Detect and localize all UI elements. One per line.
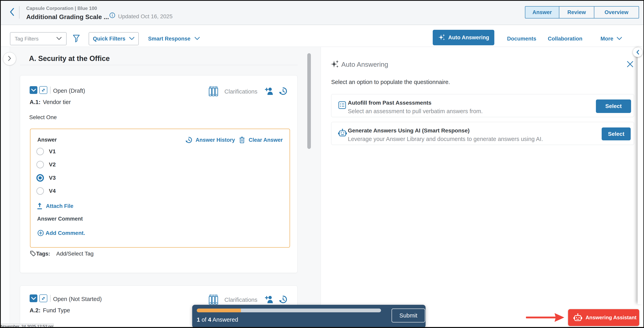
updated-text: Updated Oct 16, 2025 [118,14,172,19]
documents-link[interactable]: Documents [507,32,536,45]
divider [50,295,50,302]
answered-label: Answered [212,317,238,323]
question-title: Vendor tier [43,99,71,105]
radio-icon [36,161,44,168]
of-label: of [202,317,206,323]
robot-icon [573,313,582,322]
tag-icon [30,251,36,257]
radio-icon [36,174,44,182]
page-title: Additional Grading Scale ... [26,14,109,20]
history-icon[interactable] [278,87,287,96]
section-divider [20,65,298,65]
tab-overview[interactable]: Overview [594,6,639,18]
expand-question-button[interactable] [39,86,47,94]
plus-circle-icon [37,230,44,236]
radio-option-v4[interactable]: V4 [36,187,56,195]
info-icon[interactable] [109,12,115,19]
attach-file-link[interactable]: Attach File [37,203,73,210]
more-menu[interactable]: More [600,32,622,45]
library-icon[interactable] [209,294,218,306]
progress-panel: 1 of 4 Answered Submit [192,305,426,328]
left-rail [0,47,10,328]
radio-option-v3[interactable]: V3 [36,174,56,182]
breadcrumb: Capsule Corporation | Blue 100 [26,6,97,11]
tab-answer[interactable]: Answer [525,6,559,18]
question-text: A.1:Vendor tier [30,99,71,105]
quick-filters-label: Quick Filters [93,36,126,42]
add-person-icon[interactable] [265,87,273,96]
radio-option-v2[interactable]: V2 [36,161,56,168]
clarifications-label[interactable]: Clarifications [224,297,258,303]
more-label: More [600,36,614,42]
header-divider [19,6,20,19]
library-icon[interactable] [209,86,218,97]
answering-assistant-button[interactable]: Answering Assistant [568,309,639,326]
submit-button[interactable]: Submit [392,309,425,323]
header: Capsule Corporation | Blue 100 Additiona… [0,0,644,25]
add-comment-link[interactable]: Add Comment. [37,230,85,236]
sparkles-icon [330,59,339,69]
smart-response-menu[interactable]: Smart Response [148,32,200,45]
answer-history-label: Answer History [196,137,235,143]
radio-option-v1[interactable]: V1 [36,148,56,155]
section-heading: A. Security at the Office [29,55,110,62]
question-number: A.1: [30,99,40,105]
smart-response-label: Smart Response [148,36,190,42]
question-status: Open (Draft) [53,88,85,94]
clarifications-label[interactable]: Clarifications [224,89,258,94]
add-select-tag-link[interactable]: Add/Select Tag [56,251,94,257]
collapse-question-button[interactable] [30,86,37,94]
answer-history-link[interactable]: Answer History [185,136,235,144]
window-frame-left [0,0,1,328]
funnel-icon[interactable] [73,34,80,44]
progress-bar [197,309,381,312]
trash-icon [239,137,245,143]
close-panel-button[interactable] [626,60,634,68]
annotation-arrow [526,312,565,324]
back-chevron-icon [10,8,14,17]
select-autofill-button[interactable]: Select [596,99,631,113]
add-person-icon[interactable] [265,296,273,304]
divider [50,87,50,94]
collaboration-link[interactable]: Collaboration [548,32,582,45]
answered-count: 1 [197,317,200,323]
question-text: A.2:Fund Type [30,308,70,313]
chevron-down-icon [194,37,200,41]
history-icon [185,136,192,144]
robot-icon [338,128,347,138]
radio-label: V4 [49,188,56,194]
tags-row: Tags: Add/Select Tag [30,251,94,257]
back-button[interactable] [7,6,17,18]
window-frame-bottom [0,327,644,328]
clear-answer-label: Clear Answer [249,137,283,143]
expand-question-button[interactable] [39,295,47,302]
scrollbar-thumb[interactable] [307,53,311,149]
answer-box: Answer Answer History [30,129,290,248]
select-generate-ai-button[interactable]: Select [602,127,631,140]
radio-icon [36,187,44,195]
chevron-left-icon [636,50,639,55]
assessment-list-icon [338,101,346,110]
progress-text: 1 of 4 Answered [197,317,238,323]
option-title: Autofill from Past Assessments [348,100,432,106]
tag-filters-select[interactable]: Tag Filters [10,32,66,45]
progress-fill [197,309,241,312]
expand-sections-button[interactable] [3,52,16,65]
drawer-toggle-button[interactable] [633,47,642,57]
app: Capsule Corporation | Blue 100 Additiona… [0,0,644,328]
chevron-down-icon [129,37,134,41]
collapse-question-button[interactable] [30,295,37,302]
option-description: Select an assessment to pull verbatim an… [348,108,483,114]
attach-file-label: Attach File [46,203,73,209]
tab-review[interactable]: Review [559,6,594,18]
close-icon [626,60,634,68]
quick-filters-button[interactable]: Quick Filters [89,32,139,45]
history-icon[interactable] [278,295,287,305]
auto-answering-label: Auto Answering [448,34,489,41]
clear-answer-link[interactable]: Clear Answer [239,136,283,144]
add-comment-label: Add Comment. [46,230,85,236]
radio-label: V2 [49,161,56,168]
question-card-1: Open (Draft) Clarificat [20,75,298,273]
select-one-label: Select One [29,115,57,120]
auto-answering-button[interactable]: Auto Answering [433,30,494,45]
